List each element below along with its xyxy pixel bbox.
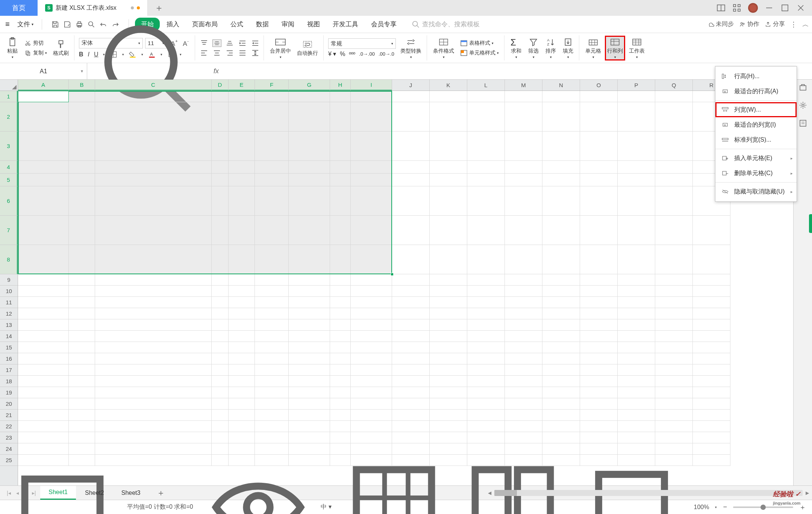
- col-header-B[interactable]: B: [69, 80, 95, 91]
- col-width-item[interactable]: 列宽(W)...: [715, 102, 797, 117]
- command-search[interactable]: 查找命令、搜索模板: [412, 20, 480, 29]
- row-header-25[interactable]: 25: [0, 455, 18, 466]
- sheet-tab-1[interactable]: Sheet1: [40, 486, 76, 500]
- row-header-4[interactable]: 4: [0, 161, 18, 174]
- row-header-15[interactable]: 15: [0, 342, 18, 353]
- sheet-tab-2[interactable]: Sheet2: [77, 487, 112, 499]
- hscroll-track[interactable]: [494, 490, 803, 496]
- zoom-out-button[interactable]: −: [723, 503, 727, 511]
- best-row-height-item[interactable]: a最适合的行高(A): [715, 84, 797, 99]
- tab-formula[interactable]: 公式: [224, 18, 249, 31]
- align-bottom-icon[interactable]: [225, 39, 234, 47]
- bold-button[interactable]: B: [79, 51, 83, 58]
- print-icon[interactable]: [75, 20, 83, 29]
- row-header-2[interactable]: 2: [0, 102, 18, 132]
- col-header-J[interactable]: J: [392, 80, 430, 91]
- save-as-icon[interactable]: [63, 20, 71, 29]
- align-right-icon[interactable]: [225, 49, 234, 57]
- copy-button[interactable]: 复制▾: [23, 49, 48, 57]
- row-header-10[interactable]: 10: [0, 286, 18, 297]
- tab-data[interactable]: 数据: [250, 18, 275, 31]
- percent-button[interactable]: %: [340, 51, 345, 57]
- layout-icon[interactable]: [717, 3, 726, 12]
- collapse-ribbon-icon[interactable]: ︿: [802, 20, 809, 29]
- cell-style-button[interactable]: 单元格样式▾: [459, 49, 500, 57]
- delete-cells-item[interactable]: 删除单元格(C)▸: [715, 166, 797, 181]
- fill-button[interactable]: 填充▾: [561, 36, 575, 60]
- row-header-5[interactable]: 5: [0, 174, 18, 186]
- row-header-24[interactable]: 24: [0, 443, 18, 455]
- sum-button[interactable]: Σ求和▾: [509, 36, 523, 60]
- apps-icon[interactable]: [732, 3, 741, 12]
- settings-icon[interactable]: [798, 101, 807, 110]
- add-sheet-button[interactable]: ＋: [152, 487, 170, 499]
- col-header-K[interactable]: K: [430, 80, 467, 91]
- col-header-L[interactable]: L: [467, 80, 505, 91]
- row-height-item[interactable]: 行高(H)...: [715, 69, 797, 84]
- new-tab-button[interactable]: ＋: [151, 0, 167, 16]
- col-header-D[interactable]: D: [212, 80, 229, 91]
- reading-icon[interactable]: [798, 119, 807, 128]
- indent-increase-icon[interactable]: [238, 39, 247, 47]
- close-icon[interactable]: [796, 3, 805, 12]
- select-all-corner[interactable]: [0, 80, 18, 91]
- paste-button[interactable]: 粘贴▾: [5, 36, 20, 60]
- file-menu[interactable]: 文件▾: [14, 20, 37, 29]
- row-header-11[interactable]: 11: [0, 297, 18, 308]
- sort-button[interactable]: AZ排序▾: [544, 36, 558, 60]
- col-header-H[interactable]: H: [330, 80, 351, 91]
- row-header-16[interactable]: 16: [0, 353, 18, 364]
- hscroll-right[interactable]: ▶: [806, 490, 809, 496]
- cut-button[interactable]: 剪切: [23, 39, 48, 47]
- best-col-width-item[interactable]: a最适合的列宽(I): [715, 117, 797, 132]
- align-justify-icon[interactable]: [238, 49, 247, 57]
- sheet-tab-3[interactable]: Sheet3: [113, 487, 149, 499]
- collab-button[interactable]: 协作: [739, 20, 759, 28]
- col-header-Q[interactable]: Q: [655, 80, 693, 91]
- save-icon[interactable]: [51, 20, 59, 29]
- row-header-7[interactable]: 7: [0, 216, 18, 245]
- sheet-button[interactable]: 工作表▾: [627, 36, 646, 60]
- std-col-width-item[interactable]: 标准列宽(S)...: [715, 132, 797, 147]
- col-header-C[interactable]: C: [95, 80, 212, 91]
- tab-devtools[interactable]: 开发工具: [327, 18, 364, 31]
- row-header-8[interactable]: 8: [0, 245, 18, 274]
- fx-label[interactable]: fx: [214, 67, 219, 75]
- row-header-9[interactable]: 9: [0, 274, 18, 286]
- row-header-3[interactable]: 3: [0, 132, 18, 161]
- zoom-slider[interactable]: [733, 506, 793, 508]
- decimal-increase-button[interactable]: .0→.00: [359, 51, 375, 57]
- row-header-14[interactable]: 14: [0, 331, 18, 342]
- tab-vip[interactable]: 会员专享: [365, 18, 403, 31]
- number-format-select[interactable]: 常规▾: [328, 38, 396, 49]
- currency-button[interactable]: ¥ ▾: [328, 50, 336, 57]
- row-header-13[interactable]: 13: [0, 319, 18, 331]
- tab-review[interactable]: 审阅: [276, 18, 300, 31]
- side-handle[interactable]: [809, 214, 812, 233]
- decimal-decrease-button[interactable]: .00→.0: [379, 51, 394, 57]
- row-header-18[interactable]: 18: [0, 376, 18, 387]
- row-header-20[interactable]: 20: [0, 398, 18, 410]
- comma-button[interactable]: ººº: [349, 51, 355, 57]
- col-header-F[interactable]: F: [255, 80, 289, 91]
- col-header-N[interactable]: N: [542, 80, 580, 91]
- col-header-E[interactable]: E: [229, 80, 255, 91]
- cells-area[interactable]: [18, 91, 793, 485]
- row-header-17[interactable]: 17: [0, 364, 18, 376]
- name-box[interactable]: A1▼: [0, 63, 87, 79]
- distribute-icon[interactable]: [251, 49, 260, 57]
- filter-button[interactable]: 筛选▾: [526, 36, 541, 60]
- row-header-22[interactable]: 22: [0, 421, 18, 432]
- insert-cells-item[interactable]: 插入单元格(E)▸: [715, 151, 797, 166]
- row-header-23[interactable]: 23: [0, 432, 18, 443]
- row-header-19[interactable]: 19: [0, 387, 18, 398]
- row-header-1[interactable]: 1: [0, 91, 18, 102]
- col-header-I[interactable]: I: [351, 80, 392, 91]
- hide-unhide-item[interactable]: 隐藏与取消隐藏(U)▸: [715, 184, 797, 199]
- more-icon[interactable]: ⋮: [790, 20, 797, 29]
- rows-cols-button[interactable]: 行和列▾: [606, 36, 624, 60]
- col-header-P[interactable]: P: [618, 80, 655, 91]
- minimize-icon[interactable]: [765, 3, 774, 12]
- selection-handle[interactable]: [391, 273, 394, 276]
- cond-format-button[interactable]: 条件格式▾: [432, 36, 456, 60]
